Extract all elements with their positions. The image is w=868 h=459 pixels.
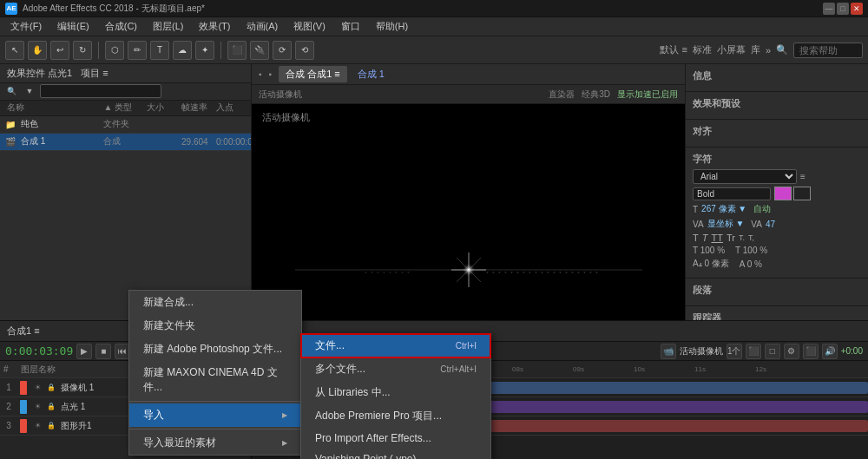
tool-brush[interactable]: ☁ [173, 41, 192, 60]
menu-item-l[interactable]: 图层(L) [146, 18, 190, 35]
tab-project[interactable]: 项目 ≡ [81, 67, 108, 80]
submenu-proimport[interactable]: Pro Import After Effects... [301, 428, 490, 449]
submenu-vanishing[interactable]: Vanishing Point (.vpe)... [301, 449, 490, 459]
tool-plugin[interactable]: 🔌 [250, 41, 269, 60]
tool-text[interactable]: T [150, 41, 169, 60]
tool-star[interactable]: ✦ [195, 41, 214, 60]
menu-item-e[interactable]: 编辑(E) [50, 18, 96, 35]
tl-stop-btn[interactable]: ■ [95, 344, 111, 359]
ctx-new-comp[interactable]: 新建合成... [129, 291, 301, 314]
tool-shape[interactable]: ⬡ [105, 41, 124, 60]
comp-icon: 🎬 [3, 134, 17, 148]
menu-item-h[interactable]: 帮助(H) [369, 18, 415, 35]
ctx-new-folder[interactable]: 新建文件夹 [129, 314, 301, 338]
fill-color[interactable] [774, 187, 792, 200]
font-style-input[interactable] [693, 187, 771, 200]
font-menu-icon[interactable]: ≡ [800, 172, 806, 181]
kerning-value[interactable]: 显坐标 ▼ [707, 218, 745, 230]
layer-sw-lock[interactable]: 🔒 [45, 382, 57, 394]
menu-item-v[interactable]: 视图(V) [286, 18, 332, 35]
project-item-in: 0:00:00:00 [216, 137, 251, 147]
tool-rot-cw[interactable]: ⟳ [273, 41, 292, 60]
layer-sw-solo-3[interactable]: ☀ [31, 420, 43, 432]
font-selector[interactable]: Arial [693, 169, 797, 184]
ctx-recent[interactable]: 导入最近的素材 ▶ [129, 431, 301, 455]
project-item-type: 文件夹 [103, 118, 147, 130]
tl-btn-3[interactable]: ⚙ [784, 344, 799, 359]
char-baseline[interactable]: A₄ 0 像素 [693, 258, 729, 270]
section-paragraph: 段落 [686, 279, 868, 306]
tool-hand[interactable]: ✋ [28, 41, 47, 60]
workspace-more[interactable]: » [766, 45, 771, 56]
char-scale-v[interactable]: T 100 % [735, 246, 767, 255]
char-tsume[interactable]: A 0 % [740, 259, 762, 269]
tool-select[interactable]: ↖ [5, 41, 24, 60]
folder-icon: 📁 [3, 117, 17, 131]
menu-item-a[interactable]: 动画(A) [240, 18, 286, 35]
ctx-new-c4d[interactable]: 新建 MAXON CINEMA 4D 文件... [129, 361, 301, 399]
time-mark-12: 12s [755, 365, 766, 373]
style-italic[interactable]: T [702, 233, 708, 243]
char-extra-row2: A₄ 0 像素 A 0 % [693, 258, 861, 270]
submenu-multiple[interactable]: 多个文件... Ctrl+Alt+I [301, 357, 490, 381]
menu-item-t[interactable]: 效果(T) [192, 18, 237, 35]
char-scale-h[interactable]: T 100 % [693, 246, 725, 255]
tl-btn-5[interactable]: 🔊 [822, 344, 838, 359]
info-title: 信息 [693, 69, 861, 82]
submenu-premiere[interactable]: Adobe Premiere Pro 项目... [301, 404, 490, 428]
tl-camera-btn[interactable]: 📹 [661, 344, 676, 359]
tracking-value[interactable]: 47 [766, 220, 775, 229]
tab-effect-controls[interactable]: 效果控件 点光1 [7, 67, 72, 80]
project-row[interactable]: 📁 纯色 文件夹 [0, 116, 251, 134]
style-underline[interactable]: TT [711, 233, 722, 243]
minimize-button[interactable]: — [823, 3, 835, 15]
workspace-small[interactable]: 小屏幕 [717, 43, 746, 56]
stroke-color[interactable] [793, 187, 811, 200]
maximize-button[interactable]: □ [837, 3, 849, 15]
layer-sw-lock-3[interactable]: 🔒 [45, 420, 57, 432]
tl-play-btn[interactable]: ▶ [76, 344, 92, 359]
workspace-library[interactable]: 库 [751, 43, 760, 56]
proj-search-icon[interactable]: 🔍 [3, 83, 19, 99]
tool-undo[interactable]: ↩ [50, 41, 69, 60]
submenu-file-shortcut: Ctrl+I [456, 341, 477, 351]
context-menu: 新建合成... 新建文件夹 新建 Adobe Photoshop 文件... 新… [128, 290, 302, 456]
style-strikethrough[interactable]: Tr [727, 233, 735, 243]
submenu-libraries[interactable]: 从 Libraries 中... [301, 381, 490, 404]
tl-btn-1[interactable]: ⬛ [746, 344, 761, 359]
tool-redo[interactable]: ↻ [73, 41, 92, 60]
tab-comp1[interactable]: 合成 合成1 ≡ [279, 66, 347, 82]
workspace-default[interactable]: 默认 ≡ [660, 43, 687, 56]
layer-sw-lock-2[interactable]: 🔒 [45, 401, 57, 413]
submenu-file[interactable]: 文件... Ctrl+I [301, 334, 490, 357]
workspace-standard[interactable]: 标准 [693, 43, 712, 56]
tool-rot-ccw[interactable]: ⟲ [295, 41, 314, 60]
menu-item-f[interactable]: 文件(F) [3, 18, 49, 35]
tl-btn-2[interactable]: □ [765, 344, 780, 359]
tool-pen[interactable]: ✏ [128, 41, 147, 60]
style-bold[interactable]: T [693, 233, 699, 243]
tl-btn-4[interactable]: ⬛ [803, 344, 819, 359]
tool-rect[interactable]: ⬛ [227, 41, 247, 60]
font-row: Arial ≡ [693, 169, 861, 184]
search-input[interactable] [793, 43, 863, 58]
style-sup[interactable]: T. [739, 233, 745, 242]
proj-filter-icon[interactable]: ▼ [22, 83, 37, 99]
layer-sw-solo[interactable]: ☀ [31, 382, 43, 394]
ctx-import-label: 导入 [143, 408, 164, 423]
project-row[interactable]: 🎬 合成 1 合成 29.604 0:00:00:00 [0, 134, 251, 151]
layer-sw-solo-2[interactable]: ☀ [31, 401, 43, 413]
project-search-input[interactable] [40, 84, 161, 98]
close-button[interactable]: ✕ [851, 3, 863, 15]
active-camera-label: 活动摄像机 [259, 89, 302, 101]
tl-view-btn[interactable]: 1个 [727, 344, 742, 359]
menu-item-[interactable]: 窗口 [334, 18, 367, 35]
style-sub[interactable]: T, [748, 233, 754, 242]
menu-item-c[interactable]: 合成(C) [98, 18, 144, 35]
char-size-value[interactable]: 267 像素 ▼ [701, 203, 746, 215]
ctx-new-ps[interactable]: 新建 Adobe Photoshop 文件... [129, 338, 301, 361]
char-extra-row: T 100 % T 100 % [693, 246, 861, 255]
ctx-import[interactable]: 导入 [129, 403, 301, 427]
ctx-new-comp-label: 新建合成... [143, 295, 194, 310]
camera-label: 活动摄像机 [262, 111, 310, 124]
